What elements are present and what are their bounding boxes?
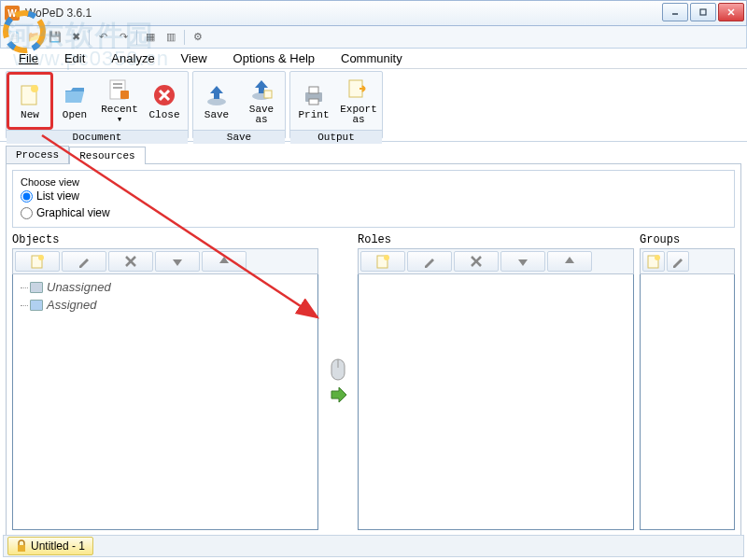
objects-edit-button[interactable]	[62, 251, 106, 272]
groups-edit-button[interactable]	[667, 251, 689, 272]
save-as-icon	[248, 77, 275, 103]
qa-open-icon[interactable]: 📂	[25, 28, 44, 47]
svg-point-23	[38, 255, 44, 260]
radio-list-view-label: List view	[36, 189, 79, 203]
print-icon	[301, 82, 327, 108]
document-tab[interactable]: Untitled - 1	[7, 537, 93, 555]
print-button[interactable]: Print	[292, 74, 335, 128]
objects-header: Objects	[12, 231, 318, 248]
open-button[interactable]: Open	[53, 74, 96, 128]
svg-rect-3	[700, 9, 706, 15]
objects-new-button[interactable]	[15, 251, 60, 272]
objects-move-up-button[interactable]	[202, 251, 247, 272]
roles-header: Roles	[358, 231, 634, 248]
radio-list-view-input[interactable]	[21, 190, 33, 203]
tab-resources[interactable]: Resources	[69, 147, 145, 164]
radio-graphical-view-input[interactable]	[21, 207, 33, 219]
roles-column: Roles	[358, 231, 634, 530]
menu-file[interactable]: File	[6, 49, 51, 67]
qa-settings-icon[interactable]: ⚙	[189, 28, 207, 47]
close-icon	[151, 82, 177, 108]
objects-list[interactable]: Unassigned Assigned	[12, 274, 318, 530]
menu-options-help[interactable]: Options & Help	[220, 49, 328, 67]
lock-icon	[16, 539, 27, 553]
tab-process[interactable]: Process	[6, 146, 69, 163]
roles-delete-button[interactable]	[454, 251, 499, 272]
save-icon	[204, 82, 230, 108]
qa-close-icon[interactable]: ✖	[66, 28, 85, 47]
groups-header: Groups	[640, 231, 735, 248]
choose-view-legend: Choose view	[21, 176, 79, 188]
ribbon-group-save: Save Save as Save	[192, 71, 286, 139]
new-button[interactable]: New	[8, 74, 51, 128]
svg-rect-19	[309, 87, 318, 93]
svg-rect-35	[18, 545, 25, 552]
radio-graphical-view[interactable]: Graphical view	[21, 204, 726, 221]
roles-edit-button[interactable]	[407, 251, 452, 272]
tree-item-assigned[interactable]: Assigned	[17, 296, 314, 314]
ribbon-group-label: Document	[7, 130, 188, 144]
folder-icon	[30, 282, 43, 293]
svg-rect-9	[113, 83, 122, 85]
maximize-button[interactable]	[690, 3, 716, 21]
menu-community[interactable]: Community	[328, 49, 416, 67]
objects-toolbar	[12, 248, 318, 274]
recent-button[interactable]: Recent ▾	[98, 74, 141, 128]
groups-list[interactable]	[640, 274, 735, 530]
roles-move-down-button[interactable]	[500, 251, 545, 272]
qa-analyze-icon[interactable]: ▥	[162, 28, 180, 47]
export-icon	[345, 77, 372, 103]
app-icon: W	[5, 6, 20, 21]
save-button-label: Save	[204, 110, 229, 120]
assign-right-icon[interactable]	[329, 385, 347, 404]
titlebar: W WoPeD 3.6.1	[0, 0, 747, 26]
tree-item-label: Unassigned	[47, 280, 111, 294]
resources-panel: Choose view List view Graphical view Obj…	[6, 163, 741, 542]
print-button-label: Print	[298, 110, 329, 120]
save-as-button[interactable]: Save as	[240, 74, 283, 128]
qa-redo-icon[interactable]: ↷	[114, 28, 133, 47]
save-as-button-label: Save as	[249, 105, 274, 125]
save-button[interactable]: Save	[195, 74, 238, 128]
menubar: File Edit Analyze View Options & Help Co…	[0, 49, 747, 69]
separator	[184, 30, 185, 45]
ribbon-group-label: Save	[193, 130, 285, 144]
groups-new-button[interactable]	[642, 251, 665, 272]
close-window-button[interactable]	[718, 3, 744, 21]
roles-move-up-button[interactable]	[547, 251, 592, 272]
export-as-button[interactable]: Export as	[337, 74, 380, 128]
menu-edit[interactable]: Edit	[51, 49, 98, 67]
close-button[interactable]: Close	[143, 74, 186, 128]
qa-undo-icon[interactable]: ↶	[93, 28, 112, 47]
separator	[89, 30, 90, 45]
svg-rect-17	[264, 91, 272, 98]
open-button-label: Open	[63, 110, 87, 120]
qa-token-icon[interactable]: ▦	[141, 28, 160, 47]
person-icon	[30, 300, 43, 311]
qa-save-icon[interactable]: 💾	[46, 28, 64, 47]
export-button-label: Export as	[340, 105, 377, 125]
roles-new-button[interactable]	[360, 251, 405, 272]
radio-graphical-view-label: Graphical view	[36, 206, 110, 219]
mouse-icon	[328, 357, 348, 382]
tab-strip: Process Resources	[0, 142, 747, 163]
minimize-button[interactable]	[662, 3, 688, 21]
tree-item-label: Assigned	[47, 298, 96, 312]
svg-rect-11	[120, 91, 129, 99]
objects-move-down-button[interactable]	[155, 251, 200, 272]
folder-open-icon	[62, 82, 88, 108]
recent-icon	[106, 77, 133, 103]
tree-item-unassigned[interactable]: Unassigned	[17, 278, 314, 296]
ribbon-group-output: Print Export as Output	[289, 71, 383, 139]
radio-list-view[interactable]: List view	[21, 188, 726, 204]
quick-access-toolbar: 📄 📂 💾 ✖ ↶ ↷ ▦ ▥ ⚙	[0, 26, 747, 49]
svg-point-7	[31, 85, 38, 92]
qa-new-icon[interactable]: 📄	[5, 28, 23, 47]
objects-column: Objects Unassigned Assigned	[12, 231, 318, 530]
menu-view[interactable]: View	[168, 49, 220, 67]
svg-point-29	[384, 255, 389, 260]
objects-delete-button[interactable]	[108, 251, 153, 272]
new-file-icon	[17, 82, 43, 108]
roles-list[interactable]	[358, 274, 634, 530]
menu-analyze[interactable]: Analyze	[98, 49, 167, 67]
